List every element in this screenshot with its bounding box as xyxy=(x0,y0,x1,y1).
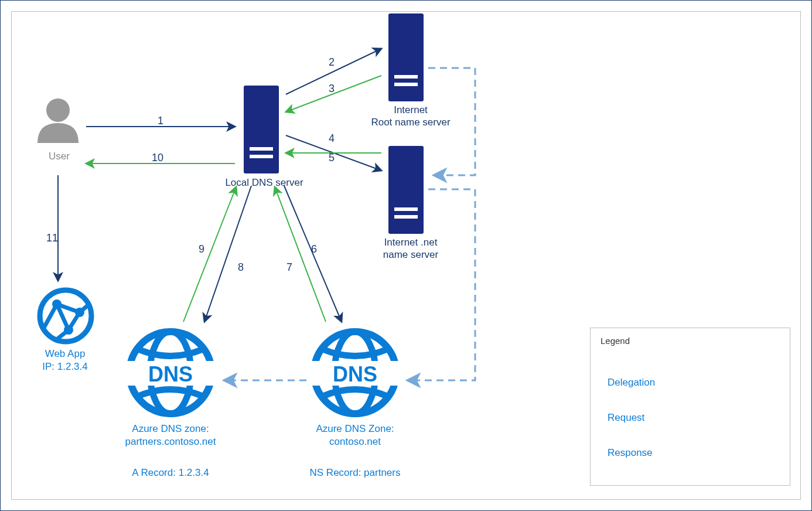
legend-box xyxy=(590,328,790,486)
step-6: 6 xyxy=(311,243,317,255)
zone2-rec: NS Record: partners xyxy=(288,466,422,479)
step-9: 9 xyxy=(199,243,204,255)
diagram-frame: DNS xyxy=(0,0,812,511)
local-dns-label: Local DNS server xyxy=(217,176,311,189)
legend-response: Response xyxy=(608,447,653,459)
webapp-label: Web App xyxy=(24,348,106,360)
dns-zone-contoso-icon xyxy=(306,332,404,414)
net-server-icon xyxy=(388,146,424,234)
user-icon xyxy=(37,98,79,143)
local-dns-server-icon xyxy=(244,86,279,173)
step-11: 11 xyxy=(46,232,58,244)
zone1-title: Azure DNS zone: xyxy=(103,423,238,435)
legend-title: Legend xyxy=(601,336,630,346)
user-label: User xyxy=(39,150,80,162)
legend-delegation: Delegation xyxy=(608,377,655,389)
svg-line-22 xyxy=(275,187,326,322)
webapp-ip-label: IP: 1.2.3.4 xyxy=(24,360,106,373)
zone1-sub: partners.contoso.net xyxy=(103,435,238,448)
step-7: 7 xyxy=(286,261,292,274)
net-server-label: Internet .net name server xyxy=(358,236,463,261)
step-2: 2 xyxy=(329,56,335,69)
root-server-label: Internet Root name server xyxy=(358,104,463,129)
step-10: 10 xyxy=(152,152,163,164)
root-server-icon xyxy=(388,13,424,101)
zone2-title: Azure DNS Zone: xyxy=(288,423,422,435)
step-4: 4 xyxy=(329,132,335,145)
webapp-icon xyxy=(40,290,91,342)
dns-zone-partners-icon xyxy=(122,332,219,414)
step-5: 5 xyxy=(329,152,335,164)
zone2-sub: contoso.net xyxy=(288,435,422,448)
step-8: 8 xyxy=(238,261,244,274)
legend-request: Request xyxy=(608,412,644,424)
step-1: 1 xyxy=(158,115,163,127)
zone1-rec: A Record: 1.2.3.4 xyxy=(103,466,238,479)
step-3: 3 xyxy=(329,83,335,95)
svg-line-17 xyxy=(204,186,251,322)
